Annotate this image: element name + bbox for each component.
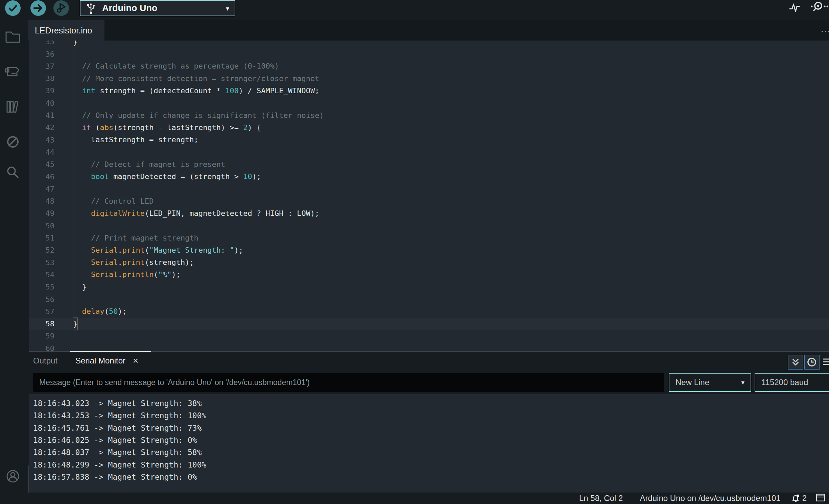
verify-button[interactable] (5, 0, 21, 16)
code-line-46[interactable]: 46 bool magnetDetected = (strength > 10)… (29, 171, 829, 183)
serial-output-line: 18:16:57.838 -> Magnet Strength: 0% (33, 471, 197, 483)
code-line-58[interactable]: 58} (29, 318, 829, 330)
serial-monitor-output[interactable]: 18:16:43.023 -> Magnet Strength: 38%18:1… (29, 394, 829, 493)
tab-output[interactable]: Output (33, 352, 57, 370)
tab-serial-monitor[interactable]: Serial Monitor × (75, 352, 138, 370)
search-icon[interactable] (4, 163, 22, 181)
line-number: 44 (29, 148, 54, 156)
line-number: 60 (29, 344, 54, 351)
board-port-status[interactable]: Arduino Uno on /dev/cu.usbmodem101 (640, 494, 780, 503)
debug-disabled-icon[interactable] (4, 133, 22, 151)
code-line-39[interactable]: 39 int strength = (detectedCount * 100) … (29, 85, 829, 97)
line-number: 53 (29, 258, 54, 267)
close-icon[interactable]: × (133, 355, 138, 366)
code-line-55[interactable]: 55 } (29, 281, 829, 293)
code-line-43[interactable]: 43 lastStrength = strength; (29, 134, 829, 146)
serial-output-line: 18:16:48.299 -> Magnet Strength: 100% (33, 459, 206, 471)
line-ending-value: New Line (676, 378, 709, 387)
code-line-54[interactable]: 54 Serial.println("%"); (29, 269, 829, 281)
hamburger-lines-icon[interactable] (822, 357, 829, 368)
line-number: 54 (29, 271, 54, 279)
code-line-45[interactable]: 45 // Detect if magnet is present (29, 158, 829, 171)
tab-title: LEDresistor.ino (35, 26, 92, 35)
boards-manager-icon[interactable] (4, 63, 22, 80)
code-line-53[interactable]: 53 Serial.print(strength); (29, 256, 829, 269)
code-line-50[interactable]: 50 (29, 220, 829, 232)
line-number: 58 (29, 320, 54, 328)
line-number: 56 (29, 295, 54, 304)
tab-serial-monitor-label: Serial Monitor (75, 356, 125, 366)
serial-plotter-button[interactable] (788, 1, 801, 16)
line-number: 46 (29, 173, 54, 181)
code-line-37[interactable]: 37 // Calculate strength as percentage (… (29, 60, 829, 72)
bottom-panel: Output Serial Monitor × New Line ▾ 11520… (29, 351, 829, 493)
code-line-49[interactable]: 49 digitalWrite(LED_PIN, magnetDetected … (29, 207, 829, 220)
line-number: 59 (29, 332, 54, 340)
line-number: 55 (29, 283, 54, 291)
code-line-47[interactable]: 47 (29, 183, 829, 195)
code-line-56[interactable]: 56 (29, 293, 829, 305)
code-line-51[interactable]: 51 // Print magnet strength (29, 232, 829, 244)
code-line-52[interactable]: 52 Serial.print("Magnet Strength: "); (29, 244, 829, 256)
code-line-40[interactable]: 40 (29, 97, 829, 109)
baud-rate-dropdown[interactable]: 115200 baud ▾ (755, 373, 829, 392)
panel-layout-button[interactable] (815, 493, 826, 503)
line-number: 52 (29, 246, 54, 254)
code-line-60[interactable]: 60 (29, 342, 829, 351)
tab-output-label: Output (33, 356, 57, 366)
serial-message-input[interactable] (33, 373, 664, 392)
line-number: 45 (29, 160, 54, 169)
code-editor[interactable]: 35}3637 // Calculate strength as percent… (29, 41, 829, 351)
sketchbook-folder-icon[interactable] (4, 28, 22, 45)
serial-output-line: 18:16:43.253 -> Magnet Strength: 100% (33, 409, 206, 422)
serial-output-line: 18:16:48.037 -> Magnet Strength: 58% (33, 446, 202, 458)
baud-rate-value: 115200 baud (761, 378, 808, 387)
upload-button[interactable] (30, 0, 46, 16)
code-line-41[interactable]: 41 // Only update if change is significa… (29, 109, 829, 122)
chevron-down-icon: ▾ (226, 4, 229, 12)
editor-tab-bar: LEDresistor.ino ⋯ (29, 20, 829, 41)
tab-overflow-ellipsis-icon[interactable]: ⋯ (821, 25, 829, 37)
account-person-icon[interactable] (4, 468, 22, 485)
status-bar: Ln 58, Col 2 Arduino Uno on /dev/cu.usbm… (0, 493, 829, 504)
board-selector-dropdown[interactable]: Arduino Uno ▾ (80, 0, 235, 16)
board-selector-label: Arduino Uno (102, 3, 157, 14)
line-number: 40 (29, 99, 54, 107)
line-ending-dropdown[interactable]: New Line ▾ (669, 373, 751, 392)
debug-button[interactable] (53, 0, 69, 16)
activity-sidebar (0, 20, 29, 504)
cursor-position[interactable]: Ln 58, Col 2 (579, 494, 623, 503)
library-manager-icon[interactable] (4, 98, 22, 116)
tab-ledresistor-ino[interactable]: LEDresistor.ino (28, 20, 104, 41)
line-number: 51 (29, 234, 54, 242)
line-number: 42 (29, 123, 54, 132)
timestamp-toggle-button[interactable] (804, 355, 820, 370)
top-toolbar: Arduino Uno ▾ (0, 0, 829, 20)
line-number: 39 (29, 86, 54, 95)
line-number: 35 (29, 41, 54, 46)
serial-monitor-button[interactable] (811, 1, 829, 16)
code-line-36[interactable]: 36 (29, 48, 829, 60)
autoscroll-toggle-button[interactable] (788, 355, 803, 370)
chevron-down-icon: ▾ (741, 379, 744, 386)
line-number: 48 (29, 197, 54, 205)
code-line-35[interactable]: 35} (29, 41, 829, 48)
line-number: 47 (29, 185, 54, 193)
code-line-38[interactable]: 38 // More consistent detection = strong… (29, 73, 829, 85)
line-number: 37 (29, 62, 54, 71)
code-line-57[interactable]: 57 delay(50); (29, 305, 829, 318)
notifications-button[interactable]: 2 (791, 493, 807, 503)
code-line-59[interactable]: 59 (29, 330, 829, 342)
line-number: 50 (29, 222, 54, 230)
usb-icon (86, 1, 96, 16)
line-number: 36 (29, 50, 54, 58)
serial-output-line: 18:16:43.023 -> Magnet Strength: 38% (33, 397, 202, 409)
notification-count: 2 (802, 494, 807, 503)
line-number: 57 (29, 307, 54, 316)
code-line-48[interactable]: 48 // Control LED (29, 195, 829, 207)
notification-bell-icon (791, 493, 800, 503)
magnifier-dot-icon (811, 1, 829, 14)
code-line-42[interactable]: 42 if (abs(strength - lastStrength) >= 2… (29, 122, 829, 134)
serial-output-line: 18:16:45.761 -> Magnet Strength: 73% (33, 422, 202, 434)
code-line-44[interactable]: 44 (29, 146, 829, 158)
